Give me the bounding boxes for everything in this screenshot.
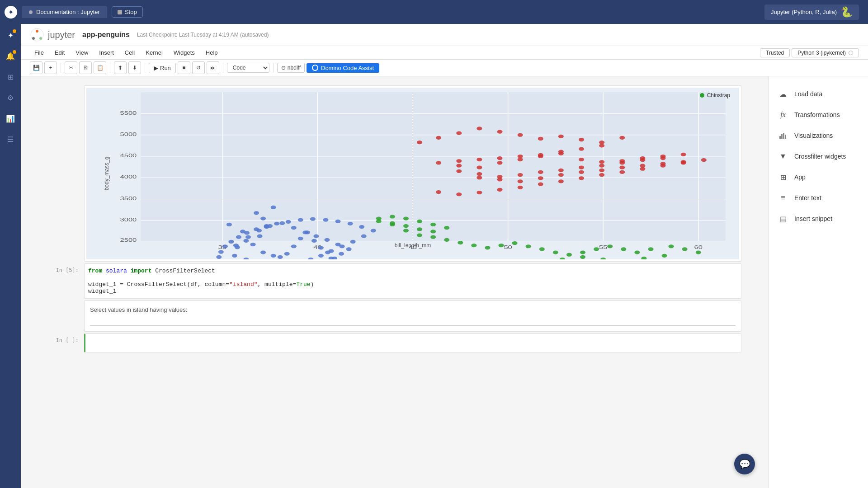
svg-point-186 bbox=[390, 223, 395, 226]
rp-load-data-label: Load data bbox=[794, 90, 822, 98]
chat-button[interactable]: 💬 bbox=[734, 454, 755, 474]
rp-visualizations[interactable]: Visualizations bbox=[769, 125, 868, 146]
paste-button[interactable]: 📋 bbox=[94, 61, 106, 74]
svg-point-193 bbox=[485, 246, 490, 249]
svg-point-88 bbox=[236, 235, 241, 239]
widget-input[interactable] bbox=[90, 315, 736, 326]
svg-point-205 bbox=[648, 247, 653, 251]
svg-point-68 bbox=[324, 238, 330, 242]
svg-point-96 bbox=[323, 218, 328, 222]
svg-point-67 bbox=[313, 235, 319, 238]
stop-cell-button[interactable]: ■ bbox=[178, 61, 190, 74]
svg-point-155 bbox=[579, 170, 584, 174]
menu-view[interactable]: View bbox=[71, 48, 93, 57]
menu-insert[interactable]: Insert bbox=[94, 48, 118, 57]
svg-point-174 bbox=[436, 190, 441, 194]
insert-cell-button[interactable]: + bbox=[44, 61, 57, 74]
tab-dot bbox=[29, 10, 33, 14]
svg-point-94 bbox=[298, 218, 303, 222]
rp-insert-snippet[interactable]: ▤ Insert snippet bbox=[769, 208, 868, 229]
fast-forward-button[interactable]: ⏭ bbox=[207, 61, 219, 74]
svg-point-39 bbox=[250, 243, 256, 246]
empty-cell-body[interactable] bbox=[84, 333, 741, 352]
sidebar-icon-notifications[interactable]: 🔔 bbox=[4, 49, 17, 63]
cell-5-body[interactable]: from solara import CrossFilterSelect wid… bbox=[84, 263, 741, 299]
svg-point-99 bbox=[359, 225, 364, 229]
svg-point-201 bbox=[594, 247, 599, 251]
menu-file[interactable]: File bbox=[30, 48, 48, 57]
svg-point-170 bbox=[518, 186, 523, 189]
svg-rect-221 bbox=[779, 136, 781, 139]
trusted-button[interactable]: Trusted bbox=[760, 48, 790, 57]
menu-cell[interactable]: Cell bbox=[120, 48, 139, 57]
svg-point-166 bbox=[599, 173, 604, 177]
sidebar-icon-docs[interactable]: ☰ bbox=[4, 132, 17, 146]
sidebar-icon-charts[interactable]: 📊 bbox=[4, 112, 17, 125]
rp-enter-text[interactable]: ≡ Enter text bbox=[769, 188, 868, 208]
svg-text:2500: 2500 bbox=[120, 237, 137, 243]
sidebar-icon-logo[interactable]: ✦ bbox=[4, 28, 17, 42]
svg-point-109 bbox=[456, 131, 462, 135]
svg-point-66 bbox=[302, 230, 308, 234]
svg-point-143 bbox=[579, 166, 584, 169]
svg-point-87 bbox=[228, 240, 234, 244]
svg-point-44 bbox=[291, 244, 297, 248]
sidebar-icon-settings[interactable]: ⚙ bbox=[4, 91, 17, 104]
tab-title[interactable]: Documentation : Jupyter bbox=[22, 6, 107, 18]
kernel-status-circle bbox=[849, 51, 853, 55]
svg-point-43 bbox=[284, 252, 290, 256]
sidebar-icon-grid[interactable]: ⊞ bbox=[4, 70, 17, 84]
rp-load-data[interactable]: ☁ Load data bbox=[769, 84, 868, 104]
topbar: ✦ Documentation : Jupyter Stop Jupyter (… bbox=[0, 0, 868, 24]
svg-point-161 bbox=[701, 158, 707, 162]
cell-type-select[interactable]: Code Markdown Raw bbox=[227, 63, 269, 73]
svg-point-40 bbox=[260, 250, 266, 254]
domino-icon bbox=[312, 65, 318, 71]
legend-chinstrap-dot bbox=[700, 93, 704, 98]
widget-area: Select values in island having values: bbox=[86, 303, 739, 329]
stop-button[interactable]: Stop bbox=[112, 6, 143, 18]
svg-point-148 bbox=[476, 172, 482, 176]
svg-text:5500: 5500 bbox=[120, 110, 137, 116]
rp-app[interactable]: ⊞ App bbox=[769, 167, 868, 188]
svg-point-144 bbox=[558, 169, 564, 172]
nbdiff-button[interactable]: ⊖ nbdiff bbox=[277, 63, 305, 73]
svg-point-173 bbox=[456, 192, 462, 196]
cut-button[interactable]: ✂ bbox=[65, 61, 77, 74]
empty-cell-content[interactable] bbox=[85, 334, 741, 352]
rp-crossfilter[interactable]: ▼ Crossfilter widgets bbox=[769, 146, 868, 167]
notebook-scroll[interactable]: Chinstrap body_mass_g bill_length_mm bbox=[21, 76, 769, 488]
rp-insert-snippet-label: Insert snippet bbox=[794, 215, 832, 222]
menu-help[interactable]: Help bbox=[201, 48, 222, 57]
legend-chinstrap: Chinstrap bbox=[700, 92, 730, 99]
svg-point-131 bbox=[538, 155, 543, 158]
scatter-plot: 5500 5000 4500 4000 3500 3000 2500 35 40 bbox=[86, 88, 739, 259]
svg-point-117 bbox=[619, 136, 625, 140]
move-down-button[interactable]: ⬇ bbox=[128, 61, 141, 74]
move-up-button[interactable]: ⬆ bbox=[114, 61, 127, 74]
kernel-info: Python 3 (ipykernel) bbox=[792, 48, 859, 57]
visualizations-icon bbox=[778, 131, 788, 141]
domino-assist-button[interactable]: Domino Code Assist bbox=[307, 63, 379, 73]
svg-point-150 bbox=[476, 176, 482, 179]
menu-edit[interactable]: Edit bbox=[50, 48, 69, 57]
stop-label: Stop bbox=[125, 9, 137, 15]
svg-point-206 bbox=[669, 244, 674, 248]
menu-widgets[interactable]: Widgets bbox=[169, 48, 199, 57]
menu-kernel[interactable]: Kernel bbox=[141, 48, 167, 57]
save-button[interactable]: 💾 bbox=[30, 61, 42, 74]
copy-button[interactable]: ⎘ bbox=[79, 61, 92, 74]
restart-button[interactable]: ↺ bbox=[192, 61, 205, 74]
svg-point-92 bbox=[274, 222, 279, 225]
svg-point-149 bbox=[456, 169, 462, 173]
svg-point-168 bbox=[558, 179, 564, 183]
svg-point-105 bbox=[318, 254, 324, 258]
cell-5-code[interactable]: from solara import CrossFilterSelect wid… bbox=[85, 264, 741, 298]
rp-transformations[interactable]: fx Transformations bbox=[769, 104, 868, 125]
svg-point-116 bbox=[599, 141, 604, 144]
svg-point-3 bbox=[32, 37, 35, 40]
notebook-name[interactable]: app-penguins bbox=[82, 31, 130, 39]
svg-point-108 bbox=[436, 136, 441, 140]
svg-point-139 bbox=[660, 156, 666, 160]
run-button[interactable]: ▶ Run bbox=[149, 63, 176, 73]
